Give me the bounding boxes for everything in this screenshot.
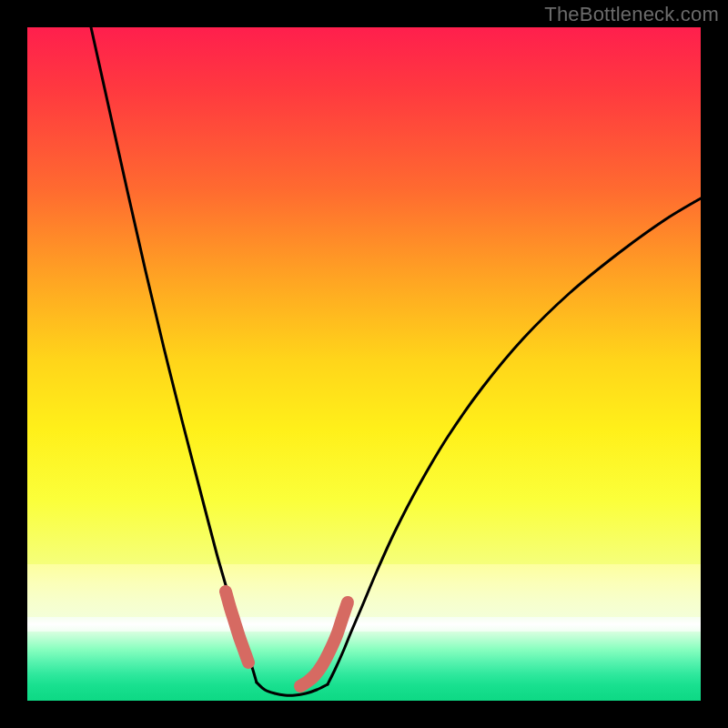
watermark-text: TheBottleneck.com <box>544 3 719 26</box>
outer-black-frame: TheBottleneck.com <box>0 0 728 728</box>
heat-band-white <box>27 617 701 632</box>
heat-band-paleyellow <box>27 564 701 617</box>
heat-band-green <box>27 632 701 701</box>
plot-area <box>27 27 701 701</box>
heat-gradient-upper <box>27 27 701 564</box>
